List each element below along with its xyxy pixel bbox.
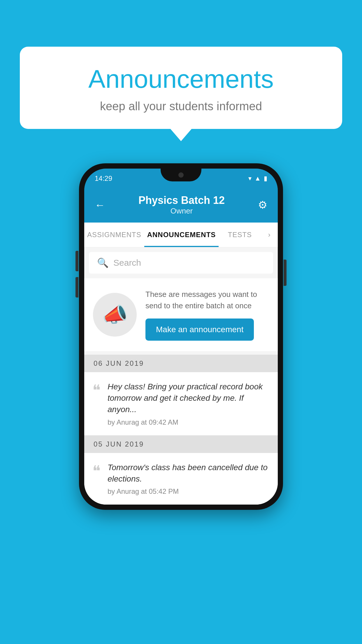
signal-icon: ▲ bbox=[254, 175, 261, 182]
camera bbox=[178, 172, 184, 178]
date-separator-1: 06 JUN 2019 bbox=[84, 355, 278, 372]
tab-tests[interactable]: TESTS bbox=[219, 223, 261, 247]
app-header: ← Physics Batch 12 Owner ⚙ bbox=[84, 188, 278, 223]
prompt-description: These are messages you want to send to t… bbox=[145, 289, 269, 312]
announcement-text-1: Hey class! Bring your practical record b… bbox=[108, 381, 270, 415]
back-button[interactable]: ← bbox=[95, 199, 105, 211]
tab-assignments[interactable]: ASSIGNMENTS bbox=[84, 223, 144, 247]
battery-icon: ▮ bbox=[264, 175, 267, 182]
phone-mockup: 14:29 ▾ ▲ ▮ ← Physics Batch 12 Owner ⚙ bbox=[79, 163, 283, 510]
batch-title: Physics Batch 12 bbox=[138, 194, 225, 206]
date-separator-2: 05 JUN 2019 bbox=[84, 435, 278, 453]
search-icon: 🔍 bbox=[97, 257, 109, 268]
status-time: 14:29 bbox=[95, 174, 112, 183]
speech-bubble: Announcements keep all your students inf… bbox=[20, 47, 342, 129]
announcement-text-2: Tomorrow's class has been cancelled due … bbox=[108, 462, 270, 484]
tab-bar: ASSIGNMENTS ANNOUNCEMENTS TESTS › bbox=[84, 223, 278, 247]
quote-icon-2: ❝ bbox=[92, 463, 101, 479]
prompt-content: These are messages you want to send to t… bbox=[145, 289, 269, 341]
status-icons: ▾ ▲ ▮ bbox=[248, 175, 267, 182]
announcement-content-1: Hey class! Bring your practical record b… bbox=[108, 381, 270, 426]
intro-section: Announcements keep all your students inf… bbox=[20, 47, 342, 129]
volume-button-up[interactable] bbox=[75, 251, 78, 271]
status-bar: 14:29 ▾ ▲ ▮ bbox=[84, 169, 278, 188]
announcement-prompt: 📣 These are messages you want to send to… bbox=[84, 278, 278, 351]
announcement-item-1[interactable]: ❝ Hey class! Bring your practical record… bbox=[84, 372, 278, 435]
bubble-title: Announcements bbox=[37, 64, 325, 94]
tab-more[interactable]: › bbox=[261, 223, 278, 247]
megaphone-circle: 📣 bbox=[93, 293, 137, 337]
search-bar[interactable]: 🔍 Search bbox=[89, 252, 273, 274]
bubble-subtitle: keep all your students informed bbox=[37, 100, 325, 113]
announcement-meta-2: by Anurag at 05:42 PM bbox=[108, 487, 270, 496]
announcement-meta-1: by Anurag at 09:42 AM bbox=[108, 418, 270, 426]
tab-announcements[interactable]: ANNOUNCEMENTS bbox=[144, 223, 219, 247]
announcement-content-2: Tomorrow's class has been cancelled due … bbox=[108, 462, 270, 496]
settings-icon[interactable]: ⚙ bbox=[258, 199, 267, 211]
power-button[interactable] bbox=[284, 260, 287, 286]
wifi-icon: ▾ bbox=[248, 175, 252, 182]
megaphone-icon: 📣 bbox=[102, 303, 128, 327]
volume-button-down[interactable] bbox=[75, 277, 78, 298]
search-placeholder-text: Search bbox=[113, 258, 141, 268]
phone-screen: 14:29 ▾ ▲ ▮ ← Physics Batch 12 Owner ⚙ bbox=[84, 169, 278, 505]
batch-role: Owner bbox=[138, 206, 225, 216]
make-announcement-button[interactable]: Make an announcement bbox=[145, 318, 254, 341]
content-area: 🔍 Search 📣 These are messages you want t… bbox=[84, 247, 278, 505]
notch bbox=[161, 169, 201, 181]
quote-icon-1: ❝ bbox=[92, 383, 101, 398]
header-center: Physics Batch 12 Owner bbox=[138, 194, 225, 216]
announcement-item-2[interactable]: ❝ Tomorrow's class has been cancelled du… bbox=[84, 453, 278, 505]
